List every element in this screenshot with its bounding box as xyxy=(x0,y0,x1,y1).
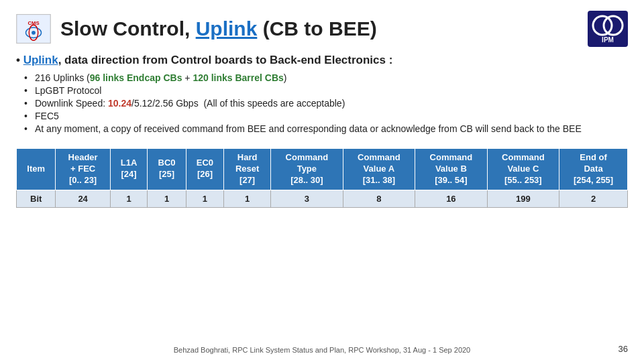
footer: Behzad Boghrati, RPC Link System Status … xyxy=(16,344,628,354)
col-ec0: EC0[26] xyxy=(186,149,223,190)
slide: CMS Slow Control, Uplink (CB to BEE) IPM xyxy=(0,0,644,362)
list-item: FEC5 xyxy=(35,111,628,121)
cell-command-value-b: 16 xyxy=(415,190,488,207)
list-item: 216 Uplinks (96 links Endcap CBs + 120 l… xyxy=(35,72,628,83)
col-command-value-b: CommandValue B[39.. 54] xyxy=(415,149,488,190)
svg-rect-0 xyxy=(17,15,50,43)
table-row: Bit 24 1 1 1 1 3 8 16 199 2 xyxy=(17,190,628,207)
svg-point-4 xyxy=(32,31,36,35)
list-item: LpGBT Protocol xyxy=(35,85,628,96)
cell-item: Bit xyxy=(17,190,56,207)
list-item: At any moment, a copy of received comman… xyxy=(35,123,628,134)
cell-l1a: 1 xyxy=(110,190,147,207)
col-hard-reset: HardReset[27] xyxy=(224,149,271,190)
cell-command-type: 3 xyxy=(271,190,343,207)
cell-bc0: 1 xyxy=(148,190,186,207)
cell-ec0: 1 xyxy=(186,190,223,207)
sub-bullets-list: 216 Uplinks (96 links Endcap CBs + 120 l… xyxy=(16,72,628,136)
list-item: Downlink Speed: 10.24/5.12/2.56 Gbps (Al… xyxy=(35,98,628,109)
cell-hard-reset: 1 xyxy=(224,190,271,207)
col-command-value-c: CommandValue C[55.. 253] xyxy=(487,149,559,190)
col-item: Item xyxy=(17,149,56,190)
col-header-fec: Header+ FEC[0.. 23] xyxy=(56,149,111,190)
col-l1a: L1A[24] xyxy=(110,149,147,190)
cell-command-value-c: 199 xyxy=(487,190,559,207)
col-bc0: BC0[25] xyxy=(148,149,186,190)
cell-header-fec: 24 xyxy=(56,190,111,207)
col-command-value-a: CommandValue A[31.. 38] xyxy=(343,149,415,190)
page-title: Slow Control, Uplink (CB to BEE) xyxy=(60,17,377,40)
col-end-of-data: End ofData[254, 255] xyxy=(559,149,628,190)
cell-command-value-a: 8 xyxy=(343,190,415,207)
footer-citation: Behzad Boghrati, RPC Link System Status … xyxy=(36,346,608,354)
cell-end-of-data: 2 xyxy=(559,190,628,207)
table-header-row: Item Header+ FEC[0.. 23] L1A[24] BC0[25]… xyxy=(17,149,628,190)
svg-text:IPM: IPM xyxy=(602,36,614,44)
ipm-logo: IPM xyxy=(588,11,628,47)
slide-header: CMS Slow Control, Uplink (CB to BEE) IPM xyxy=(16,11,628,47)
data-table: Item Header+ FEC[0.. 23] L1A[24] BC0[25]… xyxy=(16,148,628,208)
page-number: 36 xyxy=(608,344,628,354)
data-table-wrapper: Item Header+ FEC[0.. 23] L1A[24] BC0[25]… xyxy=(16,148,628,339)
cms-logo: CMS xyxy=(16,14,51,44)
main-bullet: • Uplink, data direction from Control bo… xyxy=(16,54,628,67)
col-command-type: CommandType[28.. 30] xyxy=(271,149,343,190)
header-left: CMS Slow Control, Uplink (CB to BEE) xyxy=(16,14,377,44)
